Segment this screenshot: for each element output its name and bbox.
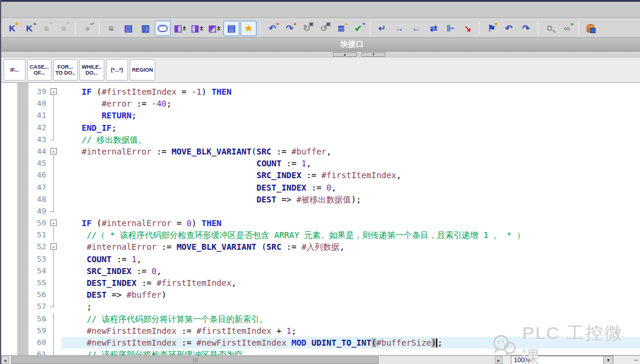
insert-network-icon[interactable]: K★ — [4, 21, 20, 36]
code-line[interactable]: 41 RETURN; — [1, 109, 640, 121]
code-line[interactable]: 47 DEST_INDEX := 0, — [1, 182, 640, 194]
code-line[interactable]: 43 // 移出数据值。 — [1, 134, 640, 146]
expand-networks-icon[interactable]: ▤ — [120, 21, 136, 36]
set-bookmark-icon[interactable]: ⚑★ — [484, 21, 500, 36]
delete-network-icon[interactable]: K× — [21, 21, 37, 36]
snippet-region[interactable]: REGION — [130, 59, 156, 80]
fold-toggle[interactable]: - — [47, 241, 62, 253]
snippet-for[interactable]: FOR... TO DO.. — [53, 59, 78, 80]
next-bookmark-icon[interactable]: ↷ — [518, 21, 534, 36]
code-line[interactable]: 54 SRC_INDEX := 0, — [1, 265, 640, 277]
fold-guide — [47, 205, 62, 217]
collapse-instructions-icon[interactable]: ◨± — [189, 21, 205, 36]
code-line[interactable]: 42 END_IF; — [1, 122, 640, 134]
zoom-select[interactable]: 100% ▼ — [511, 356, 613, 364]
load-snapshot-icon[interactable]: ↻▣ — [299, 21, 315, 36]
snippet-comment[interactable]: (*...*) — [106, 59, 128, 80]
fold-guide — [47, 169, 62, 181]
code-line[interactable]: 52- #internalError := MOVE_BLK_VARIANT (… — [1, 241, 640, 253]
code-line[interactable]: 45 COUNT := 1, — [1, 157, 640, 169]
fold-guide — [47, 194, 62, 205]
line-number: 50 — [1, 217, 47, 229]
fold-guide — [47, 98, 62, 109]
code-line[interactable]: 55 DEST_INDEX := #firstItemIndex, — [1, 277, 640, 289]
discard-change-forward-icon[interactable]: ↷× — [281, 21, 297, 36]
keep-actual-values-icon[interactable]: ●↩ — [79, 21, 95, 36]
scrollbar-thumb[interactable] — [11, 356, 379, 364]
fold-toggle[interactable]: - — [47, 217, 62, 229]
indent-right-icon[interactable]: → — [391, 21, 407, 36]
code-line[interactable]: 39- IF (#firstItemIndex = -1) THEN — [1, 86, 640, 98]
block-interface-header: 块接口 — [1, 38, 640, 51]
consistency-check-icon[interactable]: ✔▾ — [350, 21, 366, 36]
code-line[interactable]: 58 // 该程序代码部分将计算第一个条目的新索引。 — [1, 313, 640, 325]
favorites-icon[interactable]: ★ — [241, 21, 257, 36]
splitter-expand-button[interactable]: ▼ — [361, 52, 385, 57]
line-number: 51 — [1, 229, 47, 241]
collapse-networks-icon[interactable]: ▥ — [137, 21, 153, 36]
goto-previous-position-icon[interactable]: ↵ — [374, 21, 390, 36]
code-line[interactable]: 57 ; — [1, 301, 640, 313]
zoom-dropdown-arrow[interactable]: ▼ — [603, 356, 613, 364]
save-snapshot-icon[interactable]: ↺▣ — [316, 21, 332, 36]
code-line[interactable]: 60 #newFirstItemIndex := #newFirstItemIn… — [1, 337, 640, 349]
absolute-operands-icon[interactable]: ▤ — [223, 21, 239, 36]
code-line[interactable]: 46 SRC_INDEX := #firstItemIndex, — [1, 169, 640, 181]
code-line[interactable]: 48 DEST => #被移出数据值); — [1, 194, 640, 205]
code-line[interactable]: 44- #internalError := MOVE_BLK_VARIANT(S… — [1, 146, 640, 157]
code-line[interactable]: 51 //（ * 该程序代码部分检查环形缓冲区是否包含 ARRAY 元素。如果是… — [1, 229, 640, 241]
fold-toggle[interactable]: - — [47, 86, 62, 98]
scrollbar-track[interactable] — [9, 356, 494, 364]
snippet-while[interactable]: WHILE.. DO... — [79, 59, 104, 80]
toolbar: K★K×≡＊≡＊●↩≡▤▥◧±◨±◩±▤★↶×↷×↻▣↺▣≣▸✔▾↵→←⇄⊩↘⚑… — [1, 18, 640, 38]
splitter-collapse-button[interactable]: ▲ — [333, 52, 357, 57]
toolbar-separator — [370, 22, 370, 35]
code-line[interactable]: 61 // 该程序部分将检查环形缓冲区是否为空。 — [1, 349, 640, 355]
line-number: 41 — [1, 109, 47, 121]
remove-formatting-icon[interactable]: ↘ — [460, 21, 476, 36]
code-text: // 移出数据值。 — [62, 134, 640, 146]
fold-toggle[interactable]: - — [47, 146, 62, 157]
find-icon[interactable] — [542, 21, 558, 36]
fold-guide — [47, 289, 62, 301]
fold-guide — [47, 134, 62, 146]
auto-numbering-icon[interactable]: ≡＊ — [39, 21, 55, 36]
outline-view-icon[interactable]: ≡ — [103, 21, 119, 36]
find-and-replace-icon[interactable]: ∞▸ — [559, 21, 575, 36]
scroll-left-button[interactable]: ◄ — [1, 356, 9, 364]
toggle-comments-icon[interactable] — [155, 21, 171, 36]
code-line[interactable]: 56 DEST => #buffer) — [1, 289, 640, 301]
discard-change-backward-icon[interactable]: ↶× — [264, 21, 280, 36]
code-line[interactable]: 50- IF (#internalError = 0) THEN — [1, 217, 640, 229]
snippet-case[interactable]: CASE... OF... — [27, 59, 52, 80]
format-marks-icon[interactable]: ⊩ — [443, 21, 459, 36]
line-number: 47 — [1, 182, 47, 194]
code-line[interactable]: 49 — [1, 205, 640, 217]
manual-numbering-icon[interactable]: ≡＊ — [56, 21, 72, 36]
previous-bookmark-icon[interactable]: ↶ — [501, 21, 517, 36]
instruction-versions-icon[interactable]: ◩± — [206, 21, 222, 36]
toolbar-separator — [537, 22, 538, 35]
line-number: 48 — [1, 194, 47, 205]
pane-splitter[interactable]: ▲ ▼ — [1, 51, 640, 57]
code-line[interactable]: 53 COUNT := 1, — [1, 253, 640, 265]
code-text: END_IF; — [62, 122, 640, 134]
expand-instructions-icon[interactable]: ◧± — [172, 21, 188, 36]
line-number: 49 — [1, 205, 47, 217]
update-block-call-icon[interactable] — [583, 21, 599, 36]
snippet-if[interactable]: IF... — [4, 59, 25, 80]
code-line[interactable]: 59 #newFirstItemIndex := #firstItemIndex… — [1, 325, 640, 337]
indent-left-icon[interactable]: ← — [408, 21, 424, 36]
scroll-right-button[interactable]: ► — [495, 356, 503, 364]
code-line[interactable]: 40 #error := -40; — [1, 98, 640, 109]
code-text: IF (#firstItemIndex = -1) THEN — [62, 86, 640, 98]
line-number: 42 — [1, 122, 47, 134]
line-number: 39 — [1, 86, 47, 98]
zoom-minus[interactable]: – — [634, 356, 638, 364]
compile-block-icon[interactable]: ≣▸ — [333, 21, 349, 36]
code-text: SRC_INDEX := 0, — [62, 265, 640, 277]
code-text: #error := -40; — [62, 98, 640, 109]
auto-format-icon[interactable]: ⇄ — [425, 21, 441, 36]
code-editor[interactable]: 39- IF (#firstItemIndex = -1) THEN40 #er… — [1, 83, 640, 355]
toolbar-separator — [260, 22, 261, 35]
